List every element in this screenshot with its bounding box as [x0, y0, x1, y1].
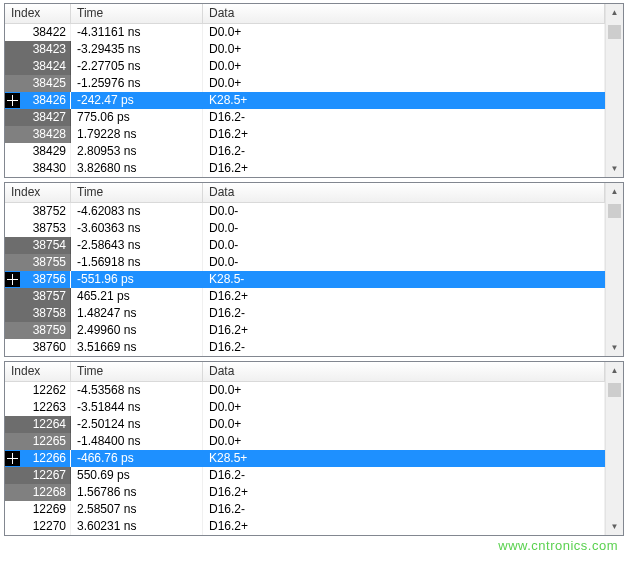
data-grid: IndexTimeData38752-4.62083 nsD0.0-38753-… [5, 183, 605, 356]
column-header-data[interactable]: Data [203, 4, 605, 23]
scroll-up-icon[interactable]: ▲ [606, 362, 623, 379]
cell-time: -1.25976 ns [71, 75, 203, 92]
cell-time: 2.49960 ns [71, 322, 203, 339]
cell-index: 38755 [5, 254, 71, 271]
table-row[interactable]: 12264-2.50124 nsD0.0+ [5, 416, 605, 433]
cell-index-value: 38753 [33, 221, 66, 235]
cell-index-value: 38755 [33, 255, 66, 269]
cell-data: D0.0- [203, 237, 605, 254]
cell-time: -3.51844 ns [71, 399, 203, 416]
cell-index: 12264 [5, 416, 71, 433]
cell-time: -4.62083 ns [71, 203, 203, 220]
cell-time: 1.48247 ns [71, 305, 203, 322]
cell-data: D16.2+ [203, 484, 605, 501]
cell-data: D16.2- [203, 501, 605, 518]
table-row[interactable]: 122681.56786 nsD16.2+ [5, 484, 605, 501]
cell-data: D16.2- [203, 143, 605, 160]
table-row[interactable]: 38425-1.25976 nsD0.0+ [5, 75, 605, 92]
table-row[interactable]: 387603.51669 nsD16.2- [5, 339, 605, 356]
vertical-scrollbar[interactable]: ▲▼ [605, 362, 623, 535]
column-header-index[interactable]: Index [5, 362, 71, 381]
table-row-selected[interactable]: 38756-551.96 psK28.5- [5, 271, 605, 288]
table-rows: 38752-4.62083 nsD0.0-38753-3.60363 nsD0.… [5, 203, 605, 356]
cell-index: 38759 [5, 322, 71, 339]
cell-data: D16.2- [203, 109, 605, 126]
cell-index: 38430 [5, 160, 71, 177]
cell-data: D0.0- [203, 254, 605, 271]
scroll-thumb[interactable] [608, 25, 621, 39]
table-header[interactable]: IndexTimeData [5, 362, 605, 382]
cell-data: D0.0+ [203, 399, 605, 416]
table-row[interactable]: 122692.58507 nsD16.2- [5, 501, 605, 518]
cell-data: D16.2+ [203, 322, 605, 339]
cell-data: D16.2- [203, 305, 605, 322]
cell-index: 12265 [5, 433, 71, 450]
table-row-selected[interactable]: 38426-242.47 psK28.5+ [5, 92, 605, 109]
cell-data: D16.2+ [203, 126, 605, 143]
table-row[interactable]: 38754-2.58643 nsD0.0- [5, 237, 605, 254]
scroll-down-icon[interactable]: ▼ [606, 160, 623, 177]
cell-time: -1.48400 ns [71, 433, 203, 450]
column-header-data[interactable]: Data [203, 183, 605, 202]
scroll-down-icon[interactable]: ▼ [606, 339, 623, 356]
cell-index-value: 38759 [33, 323, 66, 337]
column-header-time[interactable]: Time [71, 183, 203, 202]
cell-data: D0.0+ [203, 24, 605, 41]
table-row[interactable]: 12265-1.48400 nsD0.0+ [5, 433, 605, 450]
table-row[interactable]: 12267550.69 psD16.2- [5, 467, 605, 484]
scroll-up-icon[interactable]: ▲ [606, 4, 623, 21]
cell-index: 38422 [5, 24, 71, 41]
column-header-time[interactable]: Time [71, 4, 203, 23]
cursor-marker-icon [5, 451, 20, 466]
cell-index-value: 12270 [33, 519, 66, 533]
table-row[interactable]: 38755-1.56918 nsD0.0- [5, 254, 605, 271]
cell-time: 775.06 ps [71, 109, 203, 126]
scroll-up-icon[interactable]: ▲ [606, 183, 623, 200]
cell-index-value: 38758 [33, 306, 66, 320]
column-header-index[interactable]: Index [5, 183, 71, 202]
cell-index-value: 12266 [33, 451, 66, 465]
scroll-track[interactable] [606, 200, 623, 339]
table-header[interactable]: IndexTimeData [5, 183, 605, 203]
cell-time: 3.60231 ns [71, 518, 203, 535]
scroll-track[interactable] [606, 379, 623, 518]
cell-index: 38757 [5, 288, 71, 305]
cell-index: 12270 [5, 518, 71, 535]
table-row[interactable]: 38757465.21 psD16.2+ [5, 288, 605, 305]
table-row[interactable]: 387581.48247 nsD16.2- [5, 305, 605, 322]
table-header[interactable]: IndexTimeData [5, 4, 605, 24]
table-row[interactable]: 38423-3.29435 nsD0.0+ [5, 41, 605, 58]
vertical-scrollbar[interactable]: ▲▼ [605, 183, 623, 356]
column-header-index[interactable]: Index [5, 4, 71, 23]
cell-index-value: 38429 [33, 144, 66, 158]
cell-index-value: 38427 [33, 110, 66, 124]
data-grid: IndexTimeData12262-4.53568 nsD0.0+12263-… [5, 362, 605, 535]
table-row[interactable]: 384303.82680 nsD16.2+ [5, 160, 605, 177]
table-row[interactable]: 38427775.06 psD16.2- [5, 109, 605, 126]
table-row[interactable]: 384292.80953 nsD16.2- [5, 143, 605, 160]
cell-index: 38428 [5, 126, 71, 143]
scroll-down-icon[interactable]: ▼ [606, 518, 623, 535]
table-row[interactable]: 38752-4.62083 nsD0.0- [5, 203, 605, 220]
scroll-thumb[interactable] [608, 204, 621, 218]
table-rows: 12262-4.53568 nsD0.0+12263-3.51844 nsD0.… [5, 382, 605, 535]
column-header-time[interactable]: Time [71, 362, 203, 381]
cell-data: D16.2+ [203, 160, 605, 177]
table-row[interactable]: 387592.49960 nsD16.2+ [5, 322, 605, 339]
table-row[interactable]: 38753-3.60363 nsD0.0- [5, 220, 605, 237]
table-row-selected[interactable]: 12266-466.76 psK28.5+ [5, 450, 605, 467]
cell-time: 3.51669 ns [71, 339, 203, 356]
vertical-scrollbar[interactable]: ▲▼ [605, 4, 623, 177]
column-header-data[interactable]: Data [203, 362, 605, 381]
cell-index-value: 12265 [33, 434, 66, 448]
table-row[interactable]: 122703.60231 nsD16.2+ [5, 518, 605, 535]
cell-index-value: 12268 [33, 485, 66, 499]
table-row[interactable]: 384281.79228 nsD16.2+ [5, 126, 605, 143]
cell-index-value: 38430 [33, 161, 66, 175]
scroll-thumb[interactable] [608, 383, 621, 397]
table-row[interactable]: 38422-4.31161 nsD0.0+ [5, 24, 605, 41]
table-row[interactable]: 38424-2.27705 nsD0.0+ [5, 58, 605, 75]
table-row[interactable]: 12263-3.51844 nsD0.0+ [5, 399, 605, 416]
scroll-track[interactable] [606, 21, 623, 160]
table-row[interactable]: 12262-4.53568 nsD0.0+ [5, 382, 605, 399]
